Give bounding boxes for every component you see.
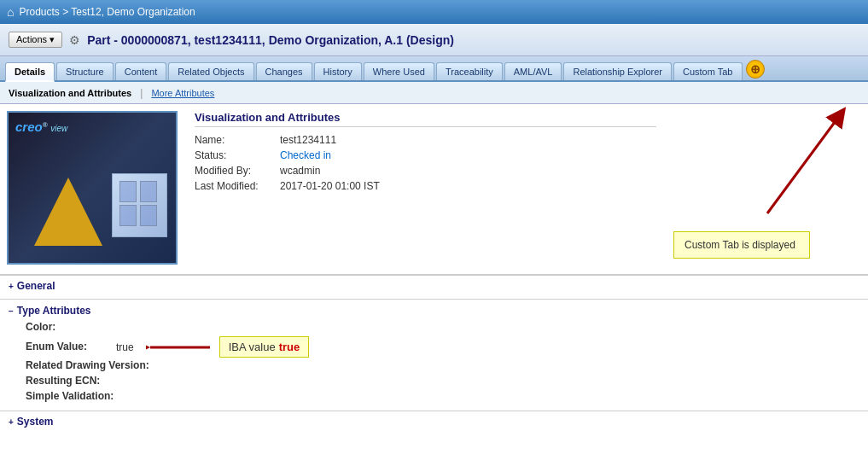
pyramid-shape xyxy=(34,178,102,246)
tab-where-used[interactable]: Where Used xyxy=(364,62,434,80)
type-attrs-label: Type Attributes xyxy=(17,305,91,317)
general-section: + General xyxy=(0,275,868,299)
tab-changes[interactable]: Changes xyxy=(256,62,312,80)
tab-relationship-explorer[interactable]: Relationship Explorer xyxy=(563,62,672,80)
attr-modified-by-value: wcadmin xyxy=(280,165,320,177)
attr-modified-by-label: Modified By: xyxy=(195,165,280,177)
tabs-row: Details Structure Content Related Object… xyxy=(0,56,868,82)
simple-validation-row: Simple Validation: xyxy=(26,390,859,404)
attr-name-row: Name: test1234111 xyxy=(195,134,656,146)
content-area: creo® view Visualization and Attributes … xyxy=(0,104,868,466)
attr-status-label: Status: xyxy=(195,149,280,161)
sub-tab-viz-attrs[interactable]: Visualization and Attributes xyxy=(9,88,131,98)
gear-icon[interactable]: ⚙ xyxy=(69,33,80,47)
type-attrs-toggle-icon[interactable]: − xyxy=(9,306,14,316)
related-drawing-label: Related Drawing Version: xyxy=(26,359,149,371)
system-section: + System xyxy=(0,411,868,434)
system-section-label: System xyxy=(17,416,54,428)
tab-traceability[interactable]: Traceability xyxy=(436,62,503,80)
viz-section: creo® view Visualization and Attributes … xyxy=(0,104,868,275)
type-attrs-section: − Type Attributes Color: Enum Value: tru… xyxy=(0,299,868,411)
breadcrumb: Products > Test12, Demo Organization xyxy=(19,6,195,18)
attr-status-row: Status: Checked in xyxy=(195,149,656,161)
page-title: Part - 0000000871, test1234111, Demo Org… xyxy=(87,33,454,47)
simple-validation-label: Simple Validation: xyxy=(26,390,114,402)
actions-button[interactable]: Actions ▾ xyxy=(9,32,62,48)
iba-arrow-svg xyxy=(146,337,214,358)
tab-aml-avl[interactable]: AML/AVL xyxy=(504,62,562,80)
general-toggle-icon[interactable]: + xyxy=(9,282,14,291)
enum-value-row: Enum Value: true IBA value true xyxy=(26,336,859,358)
tab-details[interactable]: Details xyxy=(5,62,55,82)
add-tab-button[interactable]: ⊕ xyxy=(746,60,765,79)
attr-last-modified-row: Last Modified: 2017-01-20 01:00 IST xyxy=(195,180,656,192)
attr-last-modified-value: 2017-01-20 01:00 IST xyxy=(280,180,380,192)
resulting-ecn-row: Resulting ECN: xyxy=(26,375,859,388)
attr-status-value[interactable]: Checked in xyxy=(280,149,331,161)
svg-line-1 xyxy=(767,115,840,213)
custom-tab-callout: Custom Tab is displayed xyxy=(673,231,810,259)
tab-history[interactable]: History xyxy=(314,62,362,80)
attr-last-modified-label: Last Modified: xyxy=(195,180,280,192)
general-section-header[interactable]: + General xyxy=(9,280,859,292)
sub-tab-more-attrs[interactable]: More Attributes xyxy=(151,88,214,98)
attributes-panel: Visualization and Attributes Name: test1… xyxy=(186,111,665,267)
home-icon[interactable]: ⌂ xyxy=(7,5,14,19)
tab-related-objects[interactable]: Related Objects xyxy=(168,62,253,80)
iba-callout: IBA value true xyxy=(219,336,310,358)
enum-value-label: Enum Value: xyxy=(26,341,111,352)
color-row: Color: xyxy=(26,321,859,335)
iba-callout-prefix: IBA value xyxy=(229,341,276,353)
attr-modified-by-row: Modified By: wcadmin xyxy=(195,165,656,177)
top-nav: ⌂ Products > Test12, Demo Organization xyxy=(0,0,868,24)
thumbnail: creo® view xyxy=(7,111,178,265)
cube-shape xyxy=(112,173,167,237)
system-section-header[interactable]: + System xyxy=(9,416,859,428)
creo-logo: creo® view xyxy=(15,119,67,134)
color-label: Color: xyxy=(26,321,55,333)
tab-custom-tab[interactable]: Custom Tab xyxy=(673,62,743,80)
enum-value-value: true xyxy=(116,341,134,353)
resulting-ecn-label: Resulting ECN: xyxy=(26,375,100,387)
attr-name-label: Name: xyxy=(195,134,280,146)
title-bar: Actions ▾ ⚙ Part - 0000000871, test12341… xyxy=(0,24,868,56)
attr-name-value: test1234111 xyxy=(280,134,336,146)
tab-structure[interactable]: Structure xyxy=(56,62,114,80)
attributes-title: Visualization and Attributes xyxy=(195,111,656,127)
type-attrs-header[interactable]: − Type Attributes xyxy=(9,305,859,317)
system-toggle-icon[interactable]: + xyxy=(9,417,14,427)
iba-callout-value: true xyxy=(279,341,300,353)
tab-content[interactable]: Content xyxy=(115,62,167,80)
general-section-label: General xyxy=(17,280,55,292)
sub-tabs: Visualization and Attributes | More Attr… xyxy=(0,82,868,104)
arrow-svg xyxy=(699,104,853,230)
related-drawing-row: Related Drawing Version: xyxy=(26,359,859,373)
